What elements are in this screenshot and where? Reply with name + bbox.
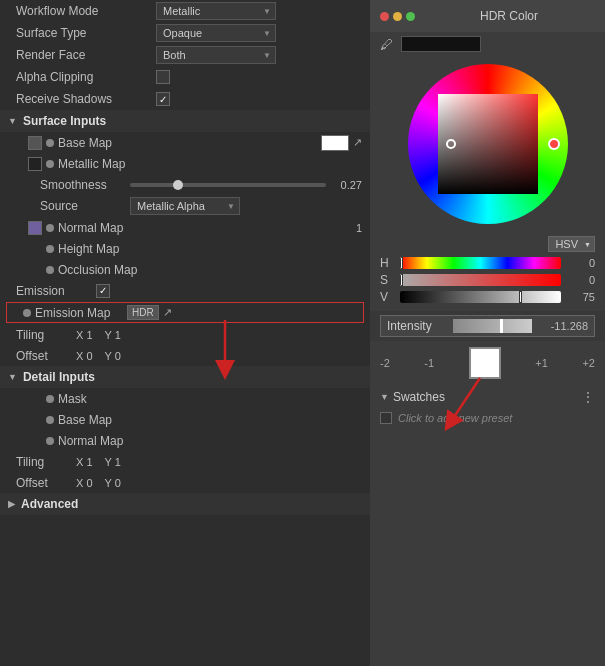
h-value: 0 bbox=[567, 257, 595, 269]
detail-tiling-values: X 1 Y 1 bbox=[76, 456, 121, 468]
detail-mask-label: Mask bbox=[58, 392, 362, 406]
detail-base-dot bbox=[46, 416, 54, 424]
stop-current[interactable] bbox=[469, 347, 501, 379]
metallic-map-dot bbox=[46, 160, 54, 168]
height-map-row: Height Map bbox=[0, 238, 370, 259]
emission-checkbox[interactable]: ✓ bbox=[96, 284, 110, 298]
tiling-x: X 1 bbox=[76, 329, 93, 341]
intensity-value: -11.268 bbox=[538, 320, 588, 332]
v-thumb bbox=[519, 291, 522, 303]
render-face-dropdown[interactable]: Both bbox=[156, 46, 276, 64]
hdr-title: HDR Color bbox=[423, 9, 595, 23]
workflow-mode-value: Metallic bbox=[156, 2, 362, 20]
detail-inputs-label: Detail Inputs bbox=[23, 370, 95, 384]
detail-mask-dot bbox=[46, 395, 54, 403]
h-label: H bbox=[380, 256, 394, 270]
alpha-clipping-checkbox[interactable] bbox=[156, 70, 170, 84]
preset-checkbox[interactable] bbox=[380, 412, 392, 424]
receive-shadows-label: Receive Shadows bbox=[16, 92, 156, 106]
surface-inputs-header[interactable]: ▼ Surface Inputs bbox=[0, 110, 370, 132]
intensity-thumb bbox=[500, 319, 503, 333]
minimize-dot[interactable] bbox=[393, 12, 402, 21]
normal-map-swatch bbox=[28, 221, 42, 235]
detail-base-map-row: Base Map bbox=[0, 409, 370, 430]
emission-eyedropper[interactable]: ↗ bbox=[163, 306, 172, 319]
color-preview-bar bbox=[401, 36, 481, 52]
stop-minus2[interactable]: -2 bbox=[380, 357, 390, 369]
workflow-mode-label: Workflow Mode bbox=[16, 4, 156, 18]
surface-type-row: Surface Type Opaque bbox=[0, 22, 370, 44]
s-thumb bbox=[400, 274, 403, 286]
normal-map-dot bbox=[46, 224, 54, 232]
emission-map-label: Emission Map bbox=[35, 306, 123, 320]
workflow-mode-dropdown[interactable]: Metallic bbox=[156, 2, 276, 20]
emission-label: Emission bbox=[16, 284, 96, 298]
alpha-clipping-label: Alpha Clipping bbox=[16, 70, 156, 84]
normal-map-num: 1 bbox=[356, 222, 362, 234]
detail-base-label: Base Map bbox=[58, 413, 362, 427]
surface-type-label: Surface Type bbox=[16, 26, 156, 40]
detail-inputs-header[interactable]: ▼ Detail Inputs bbox=[0, 366, 370, 388]
height-map-dot bbox=[46, 245, 54, 253]
v-slider[interactable] bbox=[400, 291, 561, 303]
smoothness-value: 0.27 bbox=[332, 179, 362, 191]
hsv-dropdown[interactable]: HSV bbox=[548, 236, 595, 252]
stop-minus1[interactable]: -1 bbox=[424, 357, 434, 369]
offset-values: X 0 Y 0 bbox=[76, 350, 121, 362]
hdr-badge[interactable]: HDR bbox=[127, 305, 159, 320]
receive-shadows-value: ✓ bbox=[156, 92, 362, 106]
intensity-slider[interactable] bbox=[453, 319, 532, 333]
advanced-header[interactable]: ▶ Advanced bbox=[0, 493, 370, 515]
color-wheel[interactable] bbox=[408, 64, 568, 224]
smoothness-thumb[interactable] bbox=[173, 180, 183, 190]
offset-x: X 0 bbox=[76, 350, 93, 362]
detail-inputs-triangle: ▼ bbox=[8, 372, 17, 382]
render-face-value: Both bbox=[156, 46, 362, 64]
receive-shadows-checkbox[interactable]: ✓ bbox=[156, 92, 170, 106]
sat-cursor bbox=[446, 139, 456, 149]
s-label: S bbox=[380, 273, 394, 287]
v-label: V bbox=[380, 290, 394, 304]
swatches-menu-icon[interactable]: ⋮ bbox=[581, 389, 595, 405]
saturation-box[interactable] bbox=[438, 94, 538, 194]
base-map-eyedropper[interactable]: ↗ bbox=[353, 136, 362, 149]
eyedropper-row: 🖊 bbox=[370, 32, 605, 56]
wheel-cursor bbox=[548, 138, 560, 150]
tiling-y: Y 1 bbox=[105, 329, 121, 341]
detail-tiling-y: Y 1 bbox=[105, 456, 121, 468]
smoothness-track[interactable] bbox=[130, 183, 326, 187]
alpha-clipping-row: Alpha Clipping bbox=[0, 66, 370, 88]
source-dropdown[interactable]: Metallic Alpha bbox=[130, 197, 240, 215]
eyedropper-icon[interactable]: 🖊 bbox=[380, 37, 393, 52]
detail-tiling-x: X 1 bbox=[76, 456, 93, 468]
swatches-triangle[interactable]: ▼ bbox=[380, 392, 389, 402]
offset-label: Offset bbox=[16, 349, 76, 363]
preset-label: Click to add new preset bbox=[398, 412, 512, 424]
detail-mask-row: Mask bbox=[0, 388, 370, 409]
smoothness-label: Smoothness bbox=[40, 178, 130, 192]
s-row: S 0 bbox=[380, 273, 595, 287]
intensity-label: Intensity bbox=[387, 319, 447, 333]
maximize-dot[interactable] bbox=[406, 12, 415, 21]
receive-shadows-row: Receive Shadows ✓ bbox=[0, 88, 370, 110]
s-value: 0 bbox=[567, 274, 595, 286]
detail-normal-label: Normal Map bbox=[58, 434, 362, 448]
stop-plus1[interactable]: +1 bbox=[535, 357, 548, 369]
swatches-title: Swatches bbox=[393, 390, 577, 404]
base-map-color[interactable] bbox=[321, 135, 349, 151]
metallic-map-row: Metallic Map bbox=[0, 153, 370, 174]
stop-plus2[interactable]: +2 bbox=[582, 357, 595, 369]
workflow-mode-row: Workflow Mode Metallic bbox=[0, 0, 370, 22]
detail-offset-row: Offset X 0 Y 0 bbox=[0, 472, 370, 493]
v-row: V 75 bbox=[380, 290, 595, 304]
surface-type-dropdown[interactable]: Opaque bbox=[156, 24, 276, 42]
detail-offset-x: X 0 bbox=[76, 477, 93, 489]
h-slider[interactable] bbox=[400, 257, 561, 269]
close-dot[interactable] bbox=[380, 12, 389, 21]
s-slider[interactable] bbox=[400, 274, 561, 286]
occlusion-map-dot bbox=[46, 266, 54, 274]
window-controls bbox=[380, 12, 415, 21]
intensity-section: Intensity -11.268 bbox=[370, 311, 605, 341]
detail-offset-y: Y 0 bbox=[105, 477, 121, 489]
smoothness-row: Smoothness 0.27 bbox=[0, 174, 370, 195]
